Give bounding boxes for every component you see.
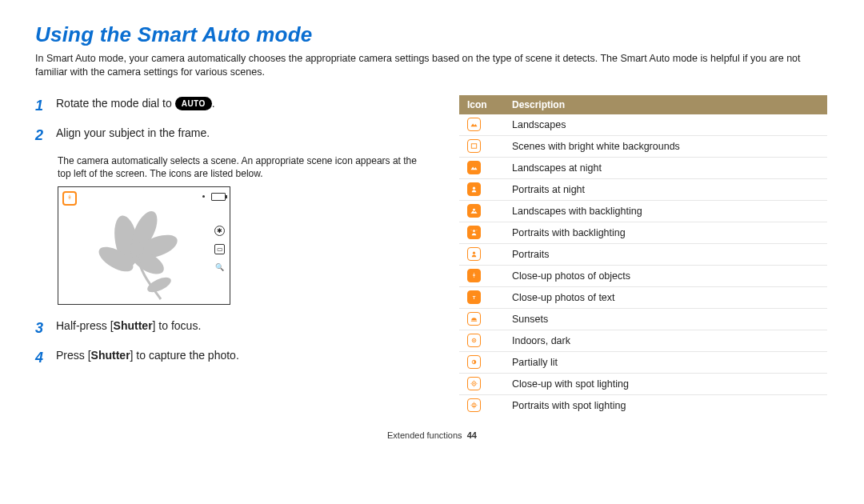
- page-footer: Extended functions 44: [35, 430, 829, 440]
- macro-object-icon: [467, 269, 481, 282]
- row-desc: Landscapes with backlighting: [504, 200, 827, 222]
- row-desc: Portraits at night: [504, 178, 827, 200]
- row-desc: Scenes with bright white backgrounds: [504, 135, 827, 157]
- partially-lit-icon: [467, 355, 481, 369]
- row-desc: Portraits with backlighting: [504, 222, 827, 243]
- step-number: 1: [35, 95, 46, 117]
- svg-text:T: T: [473, 295, 476, 300]
- backlit-landscape-icon: [467, 204, 481, 218]
- right-column: Icon Description Landscapes Scenes with …: [459, 95, 827, 416]
- row-desc: Close-up photos of text: [504, 286, 827, 308]
- timer-icon: ▭: [214, 244, 225, 254]
- row-desc: Landscapes: [504, 114, 827, 136]
- night-landscape-icon: [467, 161, 481, 174]
- left-column: 1 Rotate the mode dial to AUTO. 2 Align …: [35, 95, 427, 416]
- step-text: Press [Shutter] to capture the photo.: [56, 347, 239, 369]
- spot-portrait-icon: [467, 398, 481, 412]
- flash-icon: ✱: [214, 226, 225, 236]
- icon-description-table: Icon Description Landscapes Scenes with …: [459, 95, 827, 416]
- step4-post: ] to capture the photo.: [130, 349, 239, 362]
- svg-point-18: [474, 383, 475, 385]
- landscape-icon: [467, 118, 481, 131]
- flower-illustration: [82, 205, 202, 301]
- step4-pre: Press [: [56, 349, 91, 362]
- row-desc: Close-up photos of objects: [504, 265, 827, 286]
- step-number: 3: [35, 318, 46, 339]
- sunset-icon: [467, 312, 481, 326]
- step-number: 2: [35, 125, 46, 146]
- row-desc: Portraits with spot lighting: [504, 394, 827, 416]
- step2-sub: The camera automatically selects a scene…: [58, 154, 427, 180]
- col-desc: Description: [504, 95, 827, 114]
- row-desc: Portraits: [504, 243, 827, 265]
- step-text: Rotate the mode dial to AUTO.: [56, 95, 215, 117]
- auto-mode-pill: AUTO: [175, 97, 212, 111]
- step1-pre: Rotate the mode dial to: [56, 97, 175, 110]
- svg-point-24: [474, 404, 475, 406]
- footer-section: Extended functions: [387, 430, 462, 440]
- battery-icon: [211, 193, 226, 201]
- step3-pre: Half-press [: [56, 319, 114, 332]
- portrait-icon: [467, 247, 481, 261]
- row-desc: Indoors, dark: [504, 330, 827, 351]
- row-desc: Partially lit: [504, 351, 827, 373]
- row-desc: Sunsets: [504, 308, 827, 330]
- svg-point-9: [473, 209, 475, 211]
- footer-page: 44: [467, 430, 477, 440]
- backlit-portrait-icon: [467, 226, 481, 239]
- step-text: Half-press [Shutter] to focus.: [56, 318, 201, 339]
- macro-text-icon: T: [467, 290, 481, 304]
- svg-point-15: [474, 340, 475, 342]
- shutter-label: Shutter: [91, 349, 130, 362]
- row-desc: Close-up with spot lighting: [504, 373, 827, 394]
- svg-point-10: [473, 230, 475, 233]
- camera-lcd-illustration: ✱ ▭: [58, 186, 230, 305]
- step-number: 4: [35, 347, 46, 369]
- step-text: Align your subject in the frame.: [56, 125, 210, 146]
- night-portrait-icon: [467, 182, 481, 196]
- svg-rect-7: [471, 144, 476, 149]
- shutter-label: Shutter: [114, 319, 153, 332]
- step3-post: ] to focus.: [153, 319, 202, 332]
- step1-post: .: [212, 97, 215, 110]
- scene-icon: [62, 191, 77, 206]
- white-bg-icon: [467, 139, 481, 153]
- indoor-dark-icon: [467, 334, 481, 347]
- spot-macro-icon: [467, 377, 481, 390]
- row-desc: Landscapes at night: [504, 157, 827, 178]
- zoom-icon: [214, 262, 225, 273]
- intro-paragraph: In Smart Auto mode, your camera automati…: [35, 52, 829, 79]
- svg-point-8: [473, 187, 475, 190]
- indicator-dot: [202, 195, 205, 198]
- svg-point-11: [473, 252, 475, 254]
- col-icon: Icon: [459, 95, 504, 114]
- page-title: Using the Smart Auto mode: [35, 22, 829, 47]
